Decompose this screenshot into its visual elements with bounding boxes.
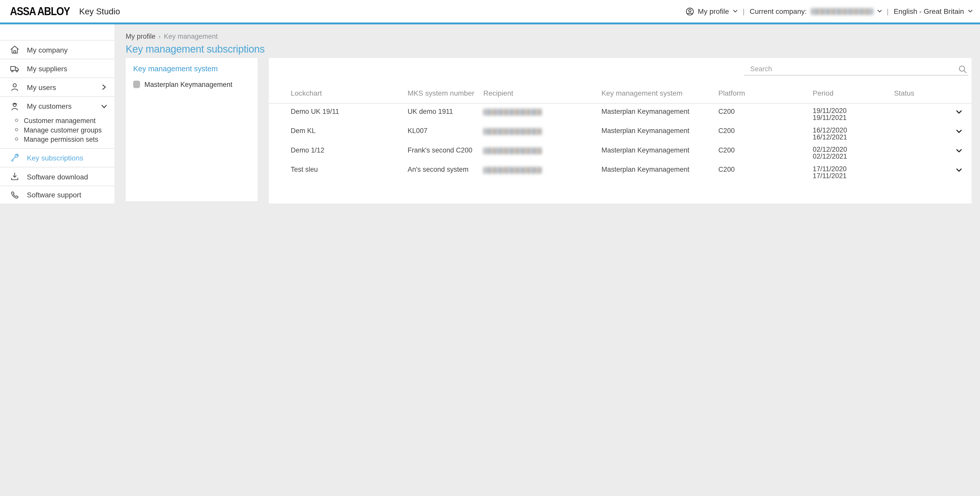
column-header-period: Period xyxy=(813,89,894,97)
column-header-platform: Platform xyxy=(718,89,813,97)
sidebar-subitem-label: Manage permission sets xyxy=(24,135,99,143)
cell-recipient-redacted xyxy=(483,128,542,135)
sidebar-item-label: My company xyxy=(27,46,68,53)
key-icon xyxy=(10,153,19,163)
sidebar-item-label: My users xyxy=(27,83,56,91)
sidebar-subitem-manage-permission-sets[interactable]: Manage permission sets xyxy=(0,134,115,144)
cell-period: 16/12/2020 16/12/2021 xyxy=(813,123,894,140)
breadcrumb: My profile›Key management xyxy=(126,33,980,41)
current-company-label: Current company: xyxy=(750,8,807,15)
sidebar-item-label: My suppliers xyxy=(27,65,67,72)
divider: | xyxy=(887,8,889,15)
sidebar-item-key-subscriptions[interactable]: Key subscriptions xyxy=(0,148,115,167)
truck-icon xyxy=(10,64,19,73)
period-end: 17/11/2021 xyxy=(813,172,894,179)
current-company-value-redacted[interactable] xyxy=(810,8,873,14)
search-icon[interactable] xyxy=(958,65,967,73)
table-row: Dem KL KL007 Masterplan Keymanagement C2… xyxy=(269,123,972,143)
profile-icon xyxy=(686,7,694,15)
sidebar-subitem-manage-customer-groups[interactable]: Manage customer groups xyxy=(0,125,115,135)
cell-lockchart: Dem KL xyxy=(291,123,407,134)
sidebar-item-software-download[interactable]: Software download xyxy=(0,167,115,185)
sidebar-item-label: Software support xyxy=(27,191,81,199)
cell-platform: C200 xyxy=(718,123,813,134)
sidebar-item-software-support[interactable]: Software support xyxy=(0,185,115,203)
chevron-down-icon[interactable] xyxy=(968,10,973,13)
period-start: 17/11/2020 xyxy=(813,166,894,172)
breadcrumb-separator: › xyxy=(159,33,161,40)
table-row: Demo UK 19/11 UK demo 1911 Masterplan Ke… xyxy=(269,104,972,123)
filter-panel-key-management-system: Key management system Masterplan Keymana… xyxy=(126,58,258,201)
accent-bar xyxy=(0,22,980,24)
top-bar-menu: My profile | Current company: | English … xyxy=(686,7,973,15)
cell-mks-system-number: KL007 xyxy=(407,123,483,134)
filter-option-masterplan-keymanagement: Masterplan Keymanagement xyxy=(133,79,250,89)
subscriptions-table-panel: Lockchart MKS system number Recipient Ke… xyxy=(269,58,972,203)
breadcrumb-root[interactable]: My profile xyxy=(126,33,156,40)
filter-column: Key management system Masterplan Keymana… xyxy=(126,58,258,203)
table-body: Demo UK 19/11 UK demo 1911 Masterplan Ke… xyxy=(269,104,972,181)
period-start: 19/11/2020 xyxy=(813,108,894,114)
brand-logo: ASSA ABLOY xyxy=(10,5,70,18)
sidebar-item-my-company[interactable]: My company xyxy=(0,40,115,59)
column-header-mks-system-number: MKS system number xyxy=(407,89,483,97)
cell-period: 19/11/2020 19/11/2021 xyxy=(813,104,894,121)
chevron-down-icon[interactable] xyxy=(733,10,738,13)
cell-key-management-system: Masterplan Keymanagement xyxy=(601,143,718,154)
chevron-right-icon xyxy=(101,84,107,90)
sidebar-item-label: My customers xyxy=(27,103,72,110)
row-expand-chevron-icon[interactable] xyxy=(956,130,962,134)
language-menu[interactable]: English - Great Britain xyxy=(894,8,964,15)
period-start: 02/12/2020 xyxy=(813,146,894,153)
top-bar: ASSA ABLOY Key Studio My profile | Curre… xyxy=(0,0,980,22)
download-icon xyxy=(10,172,19,181)
cell-lockchart: Test sleu xyxy=(291,162,407,173)
filter-title: Key management system xyxy=(133,64,250,73)
sidebar-item-my-users[interactable]: My users xyxy=(0,78,115,96)
column-header-recipient: Recipient xyxy=(483,89,601,97)
cell-mks-system-number: UK demo 1911 xyxy=(407,104,483,115)
row-expand-chevron-icon[interactable] xyxy=(956,168,962,173)
sidebar-subitem-customer-management[interactable]: Customer management xyxy=(0,116,115,125)
cell-recipient-redacted xyxy=(483,147,542,154)
chevron-down-icon xyxy=(101,103,107,109)
bullet-icon xyxy=(15,119,18,122)
cell-platform: C200 xyxy=(718,162,813,173)
sidebar-subitem-label: Manage customer groups xyxy=(24,126,102,133)
table-row: Test sleu An's second system Masterplan … xyxy=(269,162,972,181)
cell-recipient-redacted xyxy=(483,108,542,115)
sidebar-item-label: Software download xyxy=(27,173,88,180)
bullet-icon xyxy=(15,137,18,141)
app-root: ASSA ABLOY Key Studio My profile | Curre… xyxy=(0,0,980,203)
sidebar-group-my-customers: My customers Customer management Manage … xyxy=(0,96,115,148)
user-icon xyxy=(10,82,19,92)
breadcrumb-current: Key management xyxy=(164,33,218,40)
cell-recipient-redacted xyxy=(483,166,542,174)
column-header-lockchart: Lockchart xyxy=(291,89,407,97)
cell-key-management-system: Masterplan Keymanagement xyxy=(601,123,718,134)
bullet-icon xyxy=(15,128,18,131)
column-header-key-management-system: Key management system xyxy=(601,89,718,97)
checkbox[interactable] xyxy=(133,80,140,88)
sidebar-item-my-suppliers[interactable]: My suppliers xyxy=(0,59,115,78)
table-row: Demo 1/12 Frank's second C200 Masterplan… xyxy=(269,143,972,162)
period-end: 02/12/2021 xyxy=(813,153,894,159)
search-input[interactable] xyxy=(744,65,958,73)
row-expand-chevron-icon[interactable] xyxy=(956,149,962,153)
profile-menu[interactable]: My profile xyxy=(698,8,729,15)
cell-period: 17/11/2020 17/11/2021 xyxy=(813,162,894,179)
sidebar-item-my-customers[interactable]: My customers xyxy=(0,97,115,116)
chevron-down-icon[interactable] xyxy=(877,10,882,13)
worker-icon xyxy=(10,101,19,111)
cell-period: 02/12/2020 02/12/2021 xyxy=(813,143,894,159)
row-expand-chevron-icon[interactable] xyxy=(956,110,962,114)
cell-key-management-system: Masterplan Keymanagement xyxy=(601,104,718,115)
phone-icon xyxy=(10,190,19,200)
home-icon xyxy=(10,45,19,55)
column-header-status: Status xyxy=(894,89,947,97)
sidebar-item-label: Key subscriptions xyxy=(27,154,83,162)
sidebar: My company My suppliers xyxy=(0,24,115,203)
cell-platform: C200 xyxy=(718,104,813,115)
main-area: My profile›Key management Key management… xyxy=(115,24,980,203)
cell-lockchart: Demo 1/12 xyxy=(291,143,407,154)
